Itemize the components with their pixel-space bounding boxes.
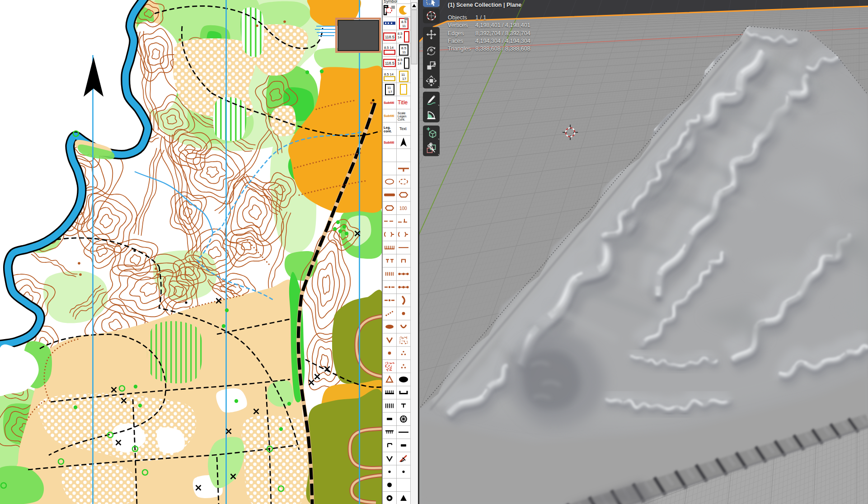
svg-text:Subtitl: Subtitl — [384, 114, 394, 118]
svg-text:Subtitl: Subtitl — [384, 101, 394, 105]
svg-text:Subtitl: Subtitl — [384, 140, 394, 145]
svg-text:11: 11 — [387, 86, 391, 90]
svg-text:8.5 14: 8.5 14 — [384, 46, 394, 50]
svg-text:4,198,401 / 4,198,401: 4,198,401 / 4,198,401 — [475, 22, 530, 28]
svg-text:8,388,608 / 8,388,608: 8,388,608 / 8,388,608 — [475, 46, 530, 52]
svg-text:(1) Scene Collection | Plane: (1) Scene Collection | Plane — [448, 2, 521, 8]
svg-text:cont.: cont. — [384, 129, 392, 133]
svg-text:Title: Title — [398, 99, 408, 106]
svg-text:100: 100 — [399, 206, 407, 211]
svg-text:11: 11 — [402, 24, 406, 28]
svg-text:14: 14 — [398, 35, 401, 39]
svg-text:8.5: 8.5 — [401, 46, 407, 50]
svg-text:8.5 14: 8.5 14 — [384, 72, 394, 76]
svg-text:17: 17 — [388, 90, 392, 94]
svg-text:Triangles: Triangles — [448, 46, 471, 52]
svg-text:8.5: 8.5 — [401, 20, 407, 24]
svg-text:Faces: Faces — [448, 38, 463, 44]
svg-text:Cont.: Cont. — [398, 118, 405, 121]
svg-text:Text: Text — [399, 126, 407, 131]
svg-text:Edges: Edges — [448, 30, 464, 37]
svg-text:11: 11 — [402, 50, 406, 54]
svg-text:118.5: 118.5 — [385, 35, 394, 39]
svg-text:1 / 1: 1 / 1 — [475, 14, 486, 21]
svg-text:Symbol: Symbol — [384, 0, 397, 4]
svg-text:Objects: Objects — [448, 14, 467, 21]
svg-text:4,194,304 / 4,194,304: 4,194,304 / 4,194,304 — [475, 38, 530, 44]
svg-text:11: 11 — [401, 73, 405, 77]
svg-text:17: 17 — [402, 77, 406, 81]
svg-text:8,392,704 / 8,392,704: 8,392,704 / 8,392,704 — [475, 30, 530, 37]
svg-text:118.5: 118.5 — [385, 61, 394, 65]
svg-text:Scale: Scale — [398, 112, 406, 115]
svg-text:14: 14 — [398, 61, 401, 65]
svg-text:Vertices: Vertices — [448, 22, 468, 28]
